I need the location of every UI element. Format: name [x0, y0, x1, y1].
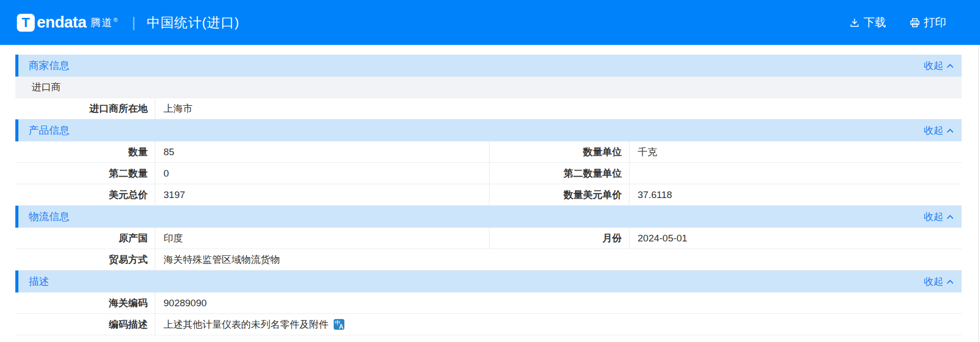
window-right-edge — [978, 45, 979, 342]
usd-total-value: 3197 — [155, 184, 489, 205]
collapse-label: 收起 — [924, 210, 943, 224]
trade-mode-label: 贸易方式 — [15, 249, 155, 270]
origin-country-value: 印度 — [155, 228, 489, 249]
table-row-hs-code: 海关编码 90289090 — [15, 292, 962, 314]
code-description-cell: 上述其他计量仪表的未列名零件及附件 中 A — [155, 314, 962, 335]
section-header-product: 产品信息 收起 — [15, 119, 962, 141]
quantity-label: 数量 — [15, 141, 155, 162]
usd-unit-price-label: 数量美元单价 — [489, 184, 629, 205]
importer-location-value: 上海市 — [155, 98, 962, 119]
code-description-value: 上述其他计量仪表的未列名零件及附件 — [164, 318, 329, 331]
download-button[interactable]: 下载 — [849, 15, 886, 30]
collapse-button-merchant[interactable]: 收起 — [924, 59, 952, 72]
importer-label: 进口商 — [15, 77, 962, 97]
print-label: 打印 — [924, 15, 946, 30]
download-label: 下载 — [864, 15, 886, 30]
usd-total-label: 美元总价 — [15, 184, 155, 205]
hs-code-label: 海关编码 — [15, 292, 155, 313]
second-quantity-unit-value — [629, 163, 962, 184]
second-quantity-label: 第二数量 — [15, 163, 155, 184]
registered-mark: ® — [113, 17, 119, 23]
table-row-code-description: 编码描述 上述其他计量仪表的未列名零件及附件 中 A — [15, 314, 962, 335]
collapse-label: 收起 — [924, 59, 943, 72]
quantity-unit-value: 千克 — [629, 141, 962, 162]
translate-icon[interactable]: 中 A — [334, 319, 344, 330]
section-stripe — [15, 119, 18, 141]
table-row-origin-country: 原产国 印度 月份 2024-05-01 — [15, 228, 962, 249]
month-value: 2024-05-01 — [629, 228, 962, 249]
section-stripe — [15, 55, 18, 77]
collapse-label: 收起 — [924, 124, 943, 137]
section-stripe — [15, 271, 18, 292]
month-label: 月份 — [489, 228, 629, 249]
section-header-logistics: 物流信息 收起 — [15, 206, 962, 228]
second-quantity-unit-label: 第二数量单位 — [489, 163, 629, 184]
quantity-unit-label: 数量单位 — [489, 141, 629, 162]
table-row-importer-location: 进口商所在地 上海市 — [15, 98, 962, 119]
hs-code-value: 90289090 — [155, 292, 962, 313]
collapse-button-product[interactable]: 收起 — [924, 124, 952, 137]
brand-area: T endata 腾道® | 中国统计(进口) — [17, 13, 240, 32]
collapse-button-description[interactable]: 收起 — [924, 275, 952, 288]
section-title-logistics: 物流信息 — [29, 210, 69, 224]
origin-country-label: 原产国 — [15, 228, 155, 249]
title-divider: | — [132, 14, 135, 31]
usd-unit-price-value: 37.6118 — [629, 184, 962, 205]
collapse-button-logistics[interactable]: 收起 — [924, 210, 952, 224]
table-row-trade-mode: 贸易方式 海关特殊监管区域物流货物 — [15, 249, 962, 271]
page-title: 中国统计(进口) — [147, 14, 239, 32]
logo-chinese-name: 腾道® — [90, 16, 119, 30]
chevron-up-icon — [947, 215, 953, 222]
table-row-second-quantity: 第二数量 0 第二数量单位 — [15, 163, 962, 184]
quantity-value: 85 — [155, 141, 489, 162]
chevron-up-icon — [947, 64, 953, 70]
section-title-merchant: 商家信息 — [29, 59, 69, 72]
detail-panel: 商家信息 收起 进口商 进口商所在地 上海市 产品信息 收起 数量 8 — [15, 55, 962, 335]
section-title-description: 描述 — [29, 275, 49, 288]
section-title-product: 产品信息 — [29, 124, 69, 137]
importer-location-label: 进口商所在地 — [15, 98, 155, 119]
collapse-label: 收起 — [924, 275, 943, 288]
logo-initial: T — [22, 15, 30, 31]
chevron-up-icon — [947, 129, 953, 135]
page-content: 商家信息 收起 进口商 进口商所在地 上海市 产品信息 收起 数量 8 — [0, 45, 980, 335]
logo-cn-text: 腾道 — [90, 17, 113, 28]
trade-mode-value: 海关特殊监管区域物流货物 — [155, 249, 962, 270]
second-quantity-value: 0 — [155, 163, 489, 184]
chevron-up-icon — [947, 280, 953, 286]
logo-text: endata — [37, 13, 86, 32]
table-row-quantity: 数量 85 数量单位 千克 — [15, 141, 962, 163]
section-header-description: 描述 收起 — [15, 271, 962, 292]
app-bar: T endata 腾道® | 中国统计(进口) 下载 打印 — [0, 0, 980, 45]
translate-glyph-en: A — [339, 323, 343, 330]
app-bar-actions: 下载 打印 — [849, 15, 946, 30]
code-description-label: 编码描述 — [15, 314, 155, 335]
table-row-usd-total: 美元总价 3197 数量美元单价 37.6118 — [15, 184, 962, 206]
print-button[interactable]: 打印 — [909, 15, 946, 30]
table-row-importer: 进口商 — [15, 77, 962, 98]
print-icon — [909, 17, 920, 28]
download-icon — [849, 17, 860, 28]
tendata-logo-icon[interactable]: T — [17, 14, 35, 32]
section-header-merchant: 商家信息 收起 — [15, 55, 962, 77]
section-stripe — [15, 206, 18, 228]
